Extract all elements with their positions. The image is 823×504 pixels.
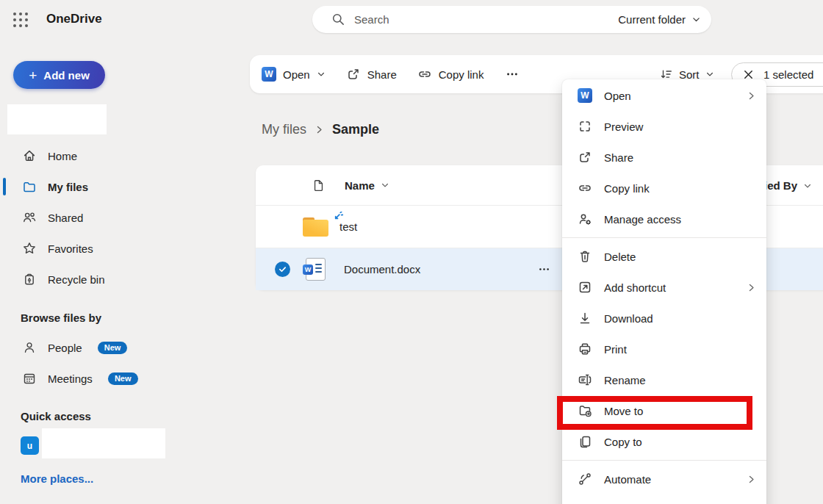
- share-icon: [346, 67, 361, 82]
- name-column-label: Name: [345, 179, 375, 192]
- menu-item-rename[interactable]: Rename: [562, 364, 766, 395]
- person-icon: [22, 340, 37, 355]
- menu-item-print[interactable]: Print: [562, 334, 766, 364]
- menu-item-label: Rename: [604, 374, 646, 386]
- folder-icon: [22, 179, 37, 194]
- people-icon: [22, 210, 37, 225]
- account-name-redacted: [7, 104, 107, 134]
- menu-item-label: Copy link: [604, 182, 650, 195]
- copy-link-label: Copy link: [439, 68, 484, 81]
- browse-files-by-heading: Browse files by: [21, 312, 101, 324]
- breadcrumb-parent[interactable]: My files: [262, 122, 306, 137]
- open-label: Open: [283, 68, 310, 81]
- menu-item-open[interactable]: W Open: [562, 80, 766, 111]
- search-bar[interactable]: Search Current folder: [312, 6, 711, 33]
- copy-link-button[interactable]: Copy link: [417, 67, 484, 82]
- selected-check-icon[interactable]: [275, 262, 290, 277]
- menu-item-label: Automate: [604, 473, 651, 486]
- rename-icon: [578, 372, 592, 387]
- sidebar-item-my-files[interactable]: My files: [0, 171, 220, 202]
- print-icon: [578, 342, 592, 356]
- star-icon: [22, 241, 37, 256]
- file-name[interactable]: Document.docx: [344, 263, 420, 276]
- menu-item-copy-to[interactable]: Copy to: [562, 426, 766, 457]
- manage-access-icon: [578, 212, 592, 226]
- quick-access-site-icon[interactable]: u: [21, 436, 39, 455]
- chevron-right-icon: [747, 91, 756, 101]
- new-badge: New: [108, 372, 138, 385]
- waffle-icon: [12, 11, 29, 29]
- menu-item-label: Preview: [604, 120, 643, 133]
- copy-to-icon: [578, 434, 592, 449]
- sidebar-item-recycle-bin[interactable]: Recycle bin: [0, 264, 220, 295]
- chevron-down-icon: [691, 15, 701, 24]
- menu-item-label: Download: [604, 312, 653, 325]
- selection-count-label: 1 selected: [763, 68, 813, 81]
- menu-divider: [562, 460, 766, 461]
- download-icon: [578, 311, 592, 325]
- menu-item-label: Open: [604, 90, 631, 102]
- search-scope-label: Current folder: [618, 13, 686, 26]
- menu-item-manage-access[interactable]: Manage access: [562, 204, 766, 234]
- breadcrumb-current: Sample: [332, 122, 379, 137]
- menu-item-copy-link[interactable]: Copy link: [562, 173, 766, 204]
- new-item-flick-icon: [332, 212, 343, 223]
- search-scope-dropdown[interactable]: Current folder: [618, 13, 701, 26]
- plus-icon: +: [29, 68, 37, 82]
- word-icon: W: [262, 67, 276, 82]
- onedrive-app: OneDrive Search Current folder + Add new…: [0, 0, 823, 504]
- sidebar-item-home[interactable]: Home: [0, 140, 220, 171]
- trash-icon: [578, 249, 592, 264]
- recycle-bin-icon: [22, 272, 37, 287]
- sidebar-item-label: Shared: [48, 212, 83, 224]
- menu-item-label: Share: [604, 151, 633, 164]
- calendar-icon: [22, 371, 37, 386]
- chevron-right-icon: [747, 283, 756, 292]
- sidebar-item-label: Meetings: [48, 372, 93, 385]
- breadcrumb: My files Sample: [262, 122, 379, 137]
- menu-item-label: Move to: [604, 405, 643, 417]
- menu-item-label: Copy to: [604, 436, 642, 448]
- menu-item-preview[interactable]: Preview: [562, 111, 766, 142]
- close-icon[interactable]: [743, 69, 754, 80]
- chevron-right-icon: [315, 125, 324, 134]
- chevron-down-icon: [705, 70, 714, 79]
- app-launcher-waffle-icon[interactable]: [12, 11, 29, 29]
- more-places-link[interactable]: More places...: [21, 472, 93, 485]
- add-new-button[interactable]: + Add new: [13, 61, 105, 89]
- menu-item-download[interactable]: Download: [562, 303, 766, 334]
- row-more-actions-icon[interactable]: [538, 263, 550, 276]
- context-menu: W Open Preview Share Copy link: [562, 79, 766, 504]
- menu-item-move-to[interactable]: Move to: [562, 395, 766, 426]
- document-icon: [312, 179, 326, 192]
- share-button[interactable]: Share: [346, 67, 397, 82]
- search-icon: [331, 12, 345, 26]
- menu-divider: [562, 237, 766, 238]
- chevron-down-icon: [803, 181, 812, 190]
- sidebar-item-label: Favorites: [48, 242, 93, 255]
- home-icon: [22, 148, 37, 163]
- share-icon: [578, 150, 592, 165]
- menu-item-add-shortcut[interactable]: Add shortcut: [562, 272, 766, 303]
- sidebar-item-label: People: [48, 342, 82, 354]
- sidebar-item-meetings[interactable]: Meetings New: [0, 363, 220, 394]
- sidebar-item-favorites[interactable]: Favorites: [0, 233, 220, 264]
- menu-item-automate[interactable]: Automate: [562, 464, 766, 494]
- sort-label: Sort: [679, 68, 700, 81]
- sidebar-item-label: Home: [48, 150, 77, 162]
- menu-item-delete[interactable]: Delete: [562, 241, 766, 272]
- name-column-header[interactable]: Name: [312, 179, 389, 192]
- search-input[interactable]: Search: [354, 13, 389, 26]
- sidebar-item-people[interactable]: People New: [0, 332, 220, 363]
- add-new-label: Add new: [43, 69, 90, 82]
- menu-item-label: Print: [604, 343, 627, 356]
- quick-access-site-name-redacted[interactable]: [42, 428, 165, 458]
- chevron-down-icon: [381, 181, 389, 190]
- menu-item-share[interactable]: Share: [562, 142, 766, 173]
- sidebar-item-shared[interactable]: Shared: [0, 202, 220, 233]
- more-commands-button[interactable]: [506, 68, 519, 81]
- open-button[interactable]: W Open: [262, 67, 326, 82]
- link-icon: [578, 181, 592, 195]
- new-badge: New: [98, 342, 128, 354]
- quick-access-heading: Quick access: [21, 410, 91, 422]
